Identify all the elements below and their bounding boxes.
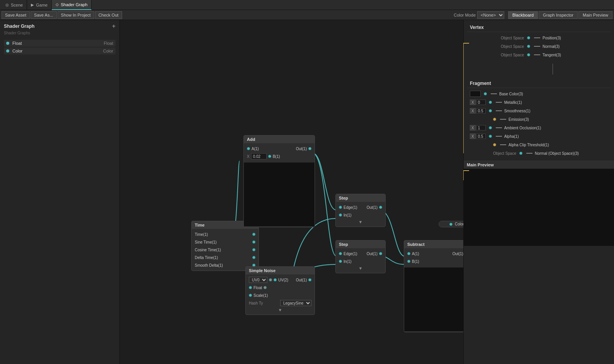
node-step1-edge-row: Edge(1) Out(1) <box>336 203 385 211</box>
node-noise-hash-row: Hash Ty LegacySine <box>246 299 315 307</box>
fragment-emission-row: Emission(3) <box>467 115 611 124</box>
step2-edge-port[interactable] <box>339 252 342 255</box>
node-subtract-a-row: A(1) Out(1) <box>404 250 463 257</box>
noise-float-port[interactable] <box>249 286 252 289</box>
uv-select[interactable]: UV0 <box>249 277 267 283</box>
vertex-section: Vertex Object Space Position(3) Object S… <box>464 20 614 62</box>
save-asset-button[interactable]: Save Asset <box>2 11 30 19</box>
step1-out-port[interactable] <box>379 206 382 209</box>
node-color[interactable]: Color(4) <box>439 221 463 227</box>
add-b-in-port[interactable] <box>268 155 271 158</box>
step2-out-port[interactable] <box>379 252 382 255</box>
node-step2-edge-row: Edge(1) Out(1) <box>336 250 385 257</box>
step1-expand-button[interactable]: ▼ <box>336 219 385 225</box>
noise-float-toggle[interactable] <box>264 286 267 289</box>
add-property-button[interactable]: + <box>112 23 116 29</box>
fragment-alpha-port[interactable] <box>489 135 492 138</box>
fragment-metallic-port[interactable] <box>489 101 492 104</box>
fragment-emission-port[interactable] <box>493 118 496 121</box>
add-a-in-port[interactable] <box>247 147 250 150</box>
cosine-time-out-port[interactable] <box>252 248 255 251</box>
subtract-node-preview <box>404 267 463 331</box>
add-out-port[interactable] <box>308 147 311 150</box>
base-color-swatch[interactable] <box>470 91 481 97</box>
node-step1[interactable]: Step Edge(1) Out(1) In(1) <box>335 194 386 227</box>
main-preview-tab-button[interactable]: Main Preview <box>578 11 612 19</box>
vertex-normal-row: Object Space Normal(3) <box>467 42 611 51</box>
delta-time-out-port[interactable] <box>252 256 255 259</box>
fragment-normal-port[interactable] <box>519 152 522 155</box>
node-time-row-3: Delta Time(1) <box>192 254 259 261</box>
noise-out-port[interactable] <box>308 278 311 281</box>
add-node-preview <box>244 163 315 226</box>
step1-edge-port[interactable] <box>339 206 342 209</box>
subtract-a-port[interactable] <box>407 252 410 255</box>
vertex-position-space-label: Object Space <box>501 36 524 40</box>
check-out-button[interactable]: Check Out <box>95 11 122 19</box>
noise-scale-port[interactable] <box>249 294 252 297</box>
color-dot <box>6 49 9 52</box>
vertex-position-port[interactable] <box>527 36 530 39</box>
node-add-row-b: X B(1) <box>244 152 315 160</box>
node-noise-float-row: Float <box>246 284 315 291</box>
fragment-smoothness-port[interactable] <box>489 109 492 112</box>
node-add-row-a: A(1) Out(1) <box>244 145 315 152</box>
add-b-value-input[interactable] <box>251 153 267 159</box>
game-icon: ▶ <box>31 3 34 7</box>
vertex-position-row: Object Space Position(3) <box>467 34 611 42</box>
right-panel: Vertex Object Space Position(3) Object S… <box>463 20 614 364</box>
node-simple-noise[interactable]: Simple Noise UV0 UV(2) Out(1) <box>245 266 315 315</box>
tab-shader-graph[interactable]: ◇ Shader Graph <box>52 0 92 10</box>
main-layout: Shader Graph + Shader Graphs Float Float… <box>0 20 614 364</box>
node-simple-noise-body: UV0 UV(2) Out(1) Float <box>246 274 315 315</box>
vertex-position-name: Position(3) <box>543 36 561 40</box>
tab-scene[interactable]: ◎ Scene <box>2 0 27 10</box>
fragment-alpha-clip-port[interactable] <box>493 143 496 146</box>
node-subtract[interactable]: Subtract A(1) Out(1) B(1) <box>404 240 463 332</box>
fragment-base-color-port[interactable] <box>484 92 487 95</box>
sine-time-out-port[interactable] <box>252 240 255 244</box>
tab-game[interactable]: ▶ Game <box>27 0 52 10</box>
float-property-type: Float <box>104 41 113 46</box>
color-mode-select[interactable]: <None> <box>477 11 504 19</box>
float-property-name: Float <box>12 41 22 46</box>
noise-uv-port[interactable] <box>274 278 277 281</box>
fragment-ao-port[interactable] <box>489 126 492 129</box>
node-add[interactable]: Add A(1) Out(1) X <box>243 135 315 227</box>
alpha-x-value: 0.5 <box>476 134 486 139</box>
color-node-port[interactable] <box>449 223 452 226</box>
fragment-normal-row: Object Space Normal (Object Space)(3) <box>467 149 611 157</box>
fragment-metallic-row: X 0 Metallic(1) <box>467 98 611 107</box>
subtract-b-port[interactable] <box>407 260 410 263</box>
fragment-title: Fragment <box>467 79 611 88</box>
graph-inspector-tab-button[interactable]: Graph Inspector <box>539 11 578 19</box>
smoothness-x-value: 0.5 <box>476 108 486 113</box>
property-color[interactable]: Color Color <box>4 47 116 54</box>
step1-in-port[interactable] <box>339 213 342 217</box>
color-property-name: Color <box>12 49 22 53</box>
hash-type-select[interactable]: LegacySine <box>280 300 311 306</box>
node-time-row-2: Cosine Time(1) <box>192 246 259 254</box>
node-simple-noise-header: Simple Noise <box>246 267 315 274</box>
step2-expand-button[interactable]: ▼ <box>336 265 385 271</box>
vertex-tangent-port[interactable] <box>527 53 530 56</box>
property-float[interactable]: Float Float <box>4 40 116 47</box>
node-noise-uv-row: UV0 UV(2) Out(1) <box>246 276 315 284</box>
fragment-normal-space-label: Object Space <box>493 151 516 156</box>
blackboard-tab-button[interactable]: Blackboard <box>508 11 538 19</box>
show-in-project-button[interactable]: Show In Project <box>58 11 94 19</box>
node-time[interactable]: Time Time(1) Sine Time(1) Cosine Time(1)… <box>191 221 259 271</box>
fragment-metallic-name: Metallic(1) <box>504 100 522 105</box>
time-out-port[interactable] <box>252 233 255 236</box>
vertex-normal-port[interactable] <box>527 45 530 48</box>
noise-uv-toggle[interactable] <box>269 278 272 281</box>
vertex-normal-space-label: Object Space <box>501 44 524 49</box>
step2-in-port[interactable] <box>339 260 342 263</box>
color-mode-group: Color Mode <None> <box>454 11 504 19</box>
save-as-button[interactable]: Save As... <box>31 11 57 19</box>
canvas-area[interactable]: Time Time(1) Sine Time(1) Cosine Time(1)… <box>120 20 463 364</box>
node-step1-body: Edge(1) Out(1) In(1) ▼ <box>336 202 385 227</box>
node-step2[interactable]: Step Edge(1) Out(1) In(1) <box>335 240 386 273</box>
node-time-row-1: Sine Time(1) <box>192 238 259 246</box>
noise-expand-button[interactable]: ▼ <box>246 307 315 313</box>
